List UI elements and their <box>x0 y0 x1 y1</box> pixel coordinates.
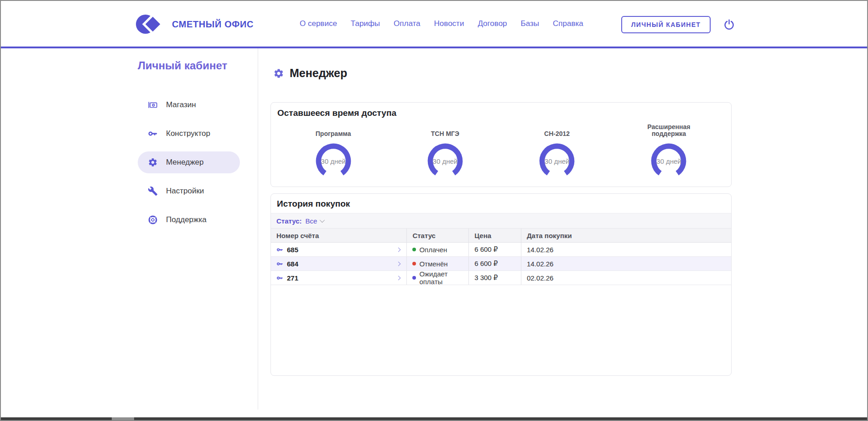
chevron-right-icon <box>396 247 401 252</box>
gauge-value: 30 дней <box>312 140 354 182</box>
price-cell: 6 600 ₽ <box>469 243 521 256</box>
date-cell: 14.02.26 <box>521 257 731 270</box>
status-filter-label: Статус: <box>276 217 302 225</box>
nav-news[interactable]: Новости <box>434 19 464 28</box>
status-dot <box>412 276 416 280</box>
main-content: Менеджер Оставшееся время доступа Програ… <box>270 48 732 80</box>
gauge-label: Программа <box>316 120 351 137</box>
purchases-card-title: История покупок <box>271 194 731 213</box>
sidebar-item-label: Настройки <box>166 187 204 196</box>
price-cell: 3 300 ₽ <box>469 271 521 285</box>
gauge-label: СН-2012 <box>544 120 570 137</box>
sidebar-item-manager[interactable]: Менеджер <box>138 151 240 173</box>
sidebar-item-label: Менеджер <box>166 158 203 167</box>
nav-contract[interactable]: Договор <box>478 19 507 28</box>
account-button[interactable]: ЛИЧНЫЙ КАБИНЕТ <box>621 16 711 33</box>
top-header: СМЕТНЫЙ ОФИС О сервисе Тарифы Оплата Нов… <box>1 1 867 47</box>
status-filter-row: Статус: Все <box>271 213 731 229</box>
sidebar: Личный кабинет Магазин Конструктор <box>138 59 240 238</box>
status-text: Ожидает оплаты <box>419 270 468 286</box>
col-header-date: Дата покупки <box>521 229 731 242</box>
scrollbar-thumb[interactable] <box>112 417 134 420</box>
gauge-value: 30 дней <box>536 140 578 182</box>
status-cell: Отменён <box>407 257 469 270</box>
sidebar-item-label: Поддержка <box>166 215 207 224</box>
gauge-tsn-mge: ТСН МГЭ 30 дней <box>389 120 501 182</box>
date-cell: 02.02.26 <box>521 271 731 285</box>
sidebar-title: Личный кабинет <box>138 59 240 72</box>
page-title: Менеджер <box>290 67 347 80</box>
app-window: СМЕТНЫЙ ОФИС О сервисе Тарифы Оплата Нов… <box>0 0 868 421</box>
wrench-icon <box>148 186 158 196</box>
access-time-card: Оставшееся время доступа Программа 30 дн… <box>270 102 732 187</box>
table-row[interactable]: 271 Ожидает оплаты 3 300 ₽ 02.02.26 <box>271 271 731 285</box>
date-cell: 14.02.26 <box>521 243 731 256</box>
status-cell: Оплачен <box>407 243 469 256</box>
nav-bases[interactable]: Базы <box>521 19 539 28</box>
banknote-icon <box>148 100 158 110</box>
gear-icon <box>273 68 284 79</box>
price-cell: 6 600 ₽ <box>469 257 521 270</box>
invoice-cell[interactable]: 685 <box>271 243 407 256</box>
access-card-title: Оставшееся время доступа <box>277 108 725 118</box>
status-filter-value: Все <box>306 217 317 225</box>
logo[interactable]: СМЕТНЫЙ ОФИС <box>135 14 254 35</box>
table-header-row: Номер счёта Статус Цена Дата покупки <box>271 229 731 243</box>
invoice-number: 684 <box>287 260 298 268</box>
gauge-value: 30 дней <box>424 140 466 182</box>
col-header-invoice: Номер счёта <box>271 229 407 242</box>
status-text: Оплачен <box>419 246 447 254</box>
nav-payment[interactable]: Оплата <box>394 19 420 28</box>
logo-icon <box>135 14 164 35</box>
status-dot <box>412 262 416 265</box>
col-header-price: Цена <box>469 229 521 242</box>
nav-about[interactable]: О сервисе <box>300 19 337 28</box>
invoice-cell[interactable]: 684 <box>271 257 407 270</box>
chevron-right-icon <box>396 261 401 266</box>
sidebar-item-support[interactable]: Поддержка <box>138 209 240 231</box>
table-row[interactable]: 684 Отменён 6 600 ₽ 14.02.26 <box>271 257 731 271</box>
status-dot <box>412 248 416 251</box>
gauge-label: ТСН МГЭ <box>431 120 459 137</box>
nav-help[interactable]: Справка <box>553 19 583 28</box>
nav-tariffs[interactable]: Тарифы <box>351 19 380 28</box>
chevron-down-icon <box>320 218 325 223</box>
purchase-history-card: История покупок Статус: Все Номер счёта … <box>270 193 732 376</box>
horizontal-scrollbar[interactable] <box>1 417 867 420</box>
logo-text: СМЕТНЫЙ ОФИС <box>172 19 254 30</box>
sidebar-item-shop[interactable]: Магазин <box>138 94 240 116</box>
key-icon <box>276 246 283 253</box>
sidebar-divider <box>258 48 258 410</box>
sidebar-item-constructor[interactable]: Конструктор <box>138 123 240 145</box>
sidebar-item-label: Конструктор <box>166 129 210 138</box>
page-title-row: Менеджер <box>273 67 732 80</box>
invoice-number: 685 <box>287 246 298 254</box>
status-cell: Ожидает оплаты <box>407 271 469 285</box>
lifebuoy-icon <box>148 215 158 225</box>
gauge-program: Программа 30 дней <box>277 120 389 182</box>
gauges-row: Программа 30 дней ТСН МГЭ 30 дне <box>277 120 725 182</box>
gear-icon <box>148 157 158 167</box>
gauge-sn-2012: СН-2012 30 дней <box>501 120 613 182</box>
gauge-extended-support: Расширенная поддержка 30 дней <box>613 120 725 182</box>
status-filter-dropdown[interactable]: Все <box>306 217 324 225</box>
col-header-status: Статус <box>407 229 469 242</box>
sidebar-item-label: Магазин <box>166 100 196 109</box>
key-icon <box>276 260 283 267</box>
chevron-right-icon <box>396 275 401 280</box>
gauge-label: Расширенная поддержка <box>647 120 690 137</box>
key-icon <box>148 129 158 139</box>
sidebar-item-settings[interactable]: Настройки <box>138 180 240 202</box>
table-row[interactable]: 685 Оплачен 6 600 ₽ 14.02.26 <box>271 243 731 257</box>
gauge-value: 30 дней <box>648 140 690 182</box>
logout-power-icon[interactable] <box>723 19 735 31</box>
status-text: Отменён <box>419 260 447 268</box>
invoice-number: 271 <box>287 274 298 282</box>
main-nav: О сервисе Тарифы Оплата Новости Договор … <box>300 1 583 47</box>
key-icon <box>276 275 283 281</box>
invoice-cell[interactable]: 271 <box>271 271 407 285</box>
